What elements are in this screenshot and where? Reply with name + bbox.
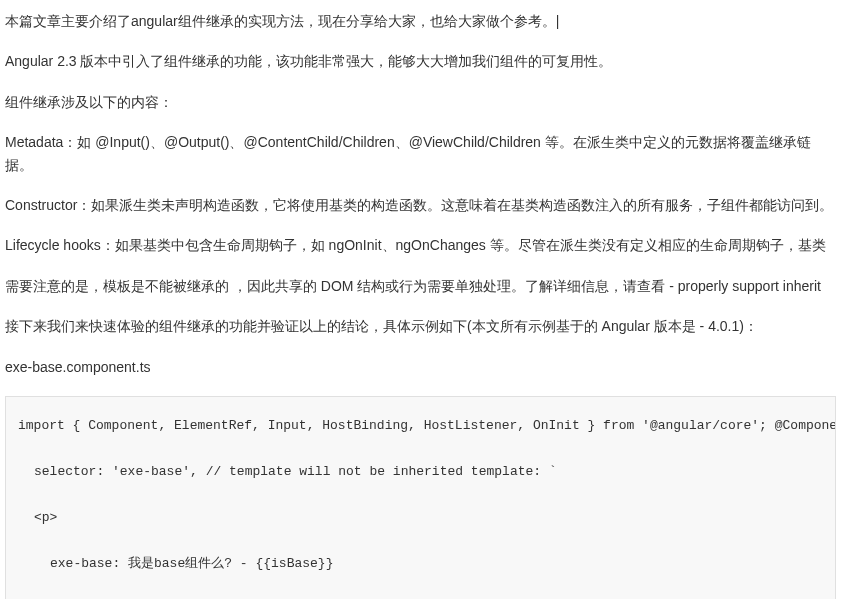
code-block: import { Component, ElementRef, Input, H… bbox=[5, 396, 836, 599]
metadata-paragraph: Metadata：如 @Input()、@Output()、@ContentCh… bbox=[5, 131, 836, 176]
version-paragraph: Angular 2.3 版本中引入了组件继承的功能，该功能非常强大，能够大大增加… bbox=[5, 50, 836, 72]
involves-paragraph: 组件继承涉及以下的内容： bbox=[5, 91, 836, 113]
code-line-3: <p> bbox=[18, 507, 823, 529]
code-line-2: selector: 'exe-base', // template will n… bbox=[18, 461, 823, 483]
article-content: 本篇文章主要介绍了angular组件继承的实现方法，现在分享给大家，也给大家做个… bbox=[5, 10, 836, 599]
intro-paragraph: 本篇文章主要介绍了angular组件继承的实现方法，现在分享给大家，也给大家做个… bbox=[5, 10, 836, 32]
intro-text: 本篇文章主要介绍了angular组件继承的实现方法，现在分享给大家，也给大家做个… bbox=[5, 13, 556, 29]
code-line-1: import { Component, ElementRef, Input, H… bbox=[18, 415, 823, 437]
text-cursor bbox=[556, 13, 560, 29]
next-paragraph: 接下来我们来快速体验的组件继承的功能并验证以上的结论，具体示例如下(本文所有示例… bbox=[5, 315, 836, 337]
lifecycle-paragraph: Lifecycle hooks：如果基类中包含生命周期钩子，如 ngOnInit… bbox=[5, 234, 836, 256]
code-line-4: exe-base: 我是base组件么? - {{isBase}} bbox=[18, 553, 823, 575]
note-paragraph: 需要注意的是，模板是不能被继承的 ，因此共享的 DOM 结构或行为需要单独处理。… bbox=[5, 275, 836, 297]
filename-paragraph: exe-base.component.ts bbox=[5, 356, 836, 378]
constructor-paragraph: Constructor：如果派生类未声明构造函数，它将使用基类的构造函数。这意味… bbox=[5, 194, 836, 216]
